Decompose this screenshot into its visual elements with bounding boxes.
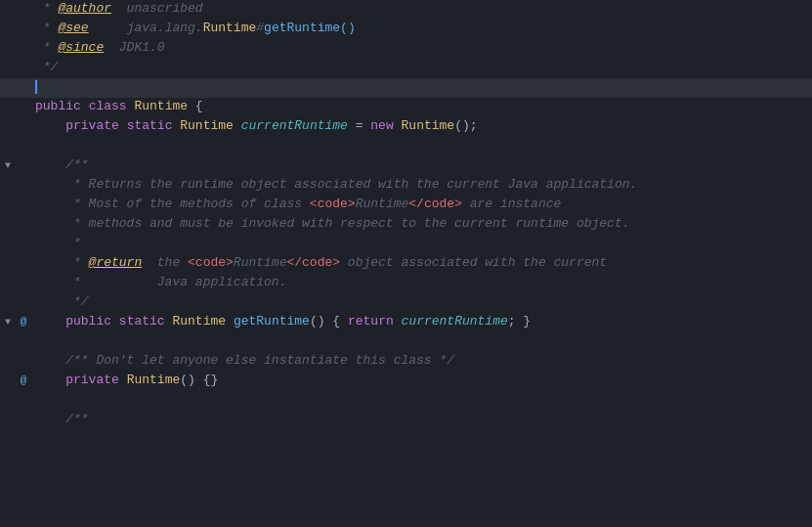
code-line xyxy=(0,137,812,156)
token-cls: Runtime xyxy=(134,99,188,113)
code-content: /** Don't let anyone else instantiate th… xyxy=(31,353,812,368)
code-line xyxy=(0,332,812,352)
code-editor: * @author unascribed * @see java.lang.Ru… xyxy=(0,0,812,527)
at-gutter: @ xyxy=(16,374,31,386)
code-content: * @author unascribed xyxy=(31,1,812,16)
token-plain xyxy=(35,157,65,172)
token-cmt-doc: */ xyxy=(35,294,89,309)
token-cls: Runtime xyxy=(127,373,181,387)
code-content xyxy=(31,79,812,94)
token-ret-ann: @return xyxy=(89,255,143,270)
code-line xyxy=(0,391,812,411)
code-content: * Most of the methods of class <code>Run… xyxy=(31,197,812,211)
code-line: * methods and must be invoked with respe… xyxy=(0,215,812,235)
token-plain: () {} xyxy=(180,373,218,387)
token-kw: public xyxy=(35,99,81,113)
token-plain xyxy=(119,373,127,387)
token-ann: @author xyxy=(58,1,111,16)
token-cmt-doc: /** xyxy=(35,412,89,426)
token-cmt-doc: # xyxy=(256,21,264,35)
token-cls: Runtime xyxy=(402,118,455,133)
token-cmt-doc: /** xyxy=(65,157,88,172)
code-line xyxy=(0,78,812,98)
token-cmt-doc: /** Don't let anyone else instantiate th… xyxy=(35,353,454,368)
code-line: ▼@ public static Runtime getRuntime() { … xyxy=(0,313,812,332)
token-kw: new xyxy=(370,118,393,133)
token-plain xyxy=(81,99,89,113)
code-line: /** xyxy=(0,411,812,430)
token-plain: (); xyxy=(454,118,477,133)
token-plain xyxy=(394,118,402,133)
token-cls: Runtime xyxy=(172,314,226,329)
code-line: * @author unascribed xyxy=(0,0,812,20)
code-content: */ xyxy=(31,294,812,309)
code-line: */ xyxy=(0,293,812,313)
token-plain: () { xyxy=(310,314,348,329)
code-line: * @return the <code>Runtime</code> objec… xyxy=(0,254,812,274)
token-special: currentRuntime xyxy=(241,118,348,133)
code-line: * @see java.lang.Runtime#getRuntime() xyxy=(0,20,812,39)
token-plain xyxy=(394,314,402,329)
code-content: /** xyxy=(31,157,812,172)
code-content: private static Runtime currentRuntime = … xyxy=(31,118,812,133)
code-content: private Runtime() {} xyxy=(31,373,812,387)
at-gutter: @ xyxy=(16,316,31,328)
fold-arrow-icon[interactable]: ▼ xyxy=(5,160,11,171)
token-plain xyxy=(35,314,65,329)
code-content: * @see java.lang.Runtime#getRuntime() xyxy=(31,21,812,35)
text-cursor xyxy=(35,80,37,94)
token-cmt-doc: object associated with the current xyxy=(340,255,607,270)
code-content: * Returns the runtime object associated … xyxy=(31,177,812,192)
token-cmt-doc: * Java application. xyxy=(35,275,286,289)
token-plain: { xyxy=(188,99,203,113)
code-content: /** xyxy=(31,412,812,426)
token-kw: return xyxy=(348,314,394,329)
code-line: private static Runtime currentRuntime = … xyxy=(0,117,812,137)
token-fn: getRuntime() xyxy=(264,21,356,35)
token-ann: @since xyxy=(58,40,104,55)
fold-gutter[interactable]: ▼ xyxy=(0,317,16,328)
code-content: * methods and must be invoked with respe… xyxy=(31,216,812,231)
token-plain xyxy=(226,314,234,329)
token-special: currentRuntime xyxy=(402,314,508,329)
token-tag: </code> xyxy=(408,197,462,211)
code-line: public class Runtime { xyxy=(0,98,812,117)
token-cmt-doc: java.lang. xyxy=(89,21,203,35)
token-kw: private xyxy=(65,373,119,387)
code-line: @ private Runtime() {} xyxy=(0,372,812,391)
token-cmt-doc: * xyxy=(35,21,58,35)
token-cmt-doc: * xyxy=(35,255,89,270)
code-content: */ xyxy=(31,60,812,74)
token-kw: private xyxy=(65,118,119,133)
token-cmt-doc: * Most of the methods of class xyxy=(35,197,310,211)
token-plain: ; } xyxy=(508,314,531,329)
code-content: * @return the <code>Runtime</code> objec… xyxy=(31,255,812,270)
fold-gutter[interactable]: ▼ xyxy=(0,160,16,171)
code-line: * Returns the runtime object associated … xyxy=(0,176,812,196)
token-tag: </code> xyxy=(286,255,340,270)
token-ann: @see xyxy=(58,21,88,35)
token-plain xyxy=(119,118,127,133)
token-plain: = xyxy=(348,118,370,133)
token-cmt-doc: unascribed xyxy=(111,1,203,16)
code-content: public class Runtime { xyxy=(31,99,812,113)
code-line: ▼ /** xyxy=(0,156,812,176)
code-content: * Java application. xyxy=(31,275,812,289)
token-cmt-doc: Runtime xyxy=(234,255,287,270)
token-cls: Runtime xyxy=(203,21,257,35)
code-content: public static Runtime getRuntime() { ret… xyxy=(31,314,812,329)
token-cls: Runtime xyxy=(180,118,234,133)
token-plain xyxy=(234,118,241,133)
token-plain xyxy=(35,373,65,387)
token-cmt-doc: the xyxy=(142,255,188,270)
token-cmt-doc: * xyxy=(35,236,81,250)
fold-arrow-icon[interactable]: ▼ xyxy=(5,317,11,328)
token-cmt-doc: * xyxy=(35,1,58,16)
token-cmt-doc: */ xyxy=(35,60,58,74)
code-line: * xyxy=(0,235,812,254)
token-kw: static xyxy=(127,118,173,133)
token-kw: static xyxy=(119,314,165,329)
token-cmt-doc: are instance xyxy=(462,197,561,211)
token-tag: <code> xyxy=(310,197,356,211)
code-line: * Most of the methods of class <code>Run… xyxy=(0,196,812,215)
